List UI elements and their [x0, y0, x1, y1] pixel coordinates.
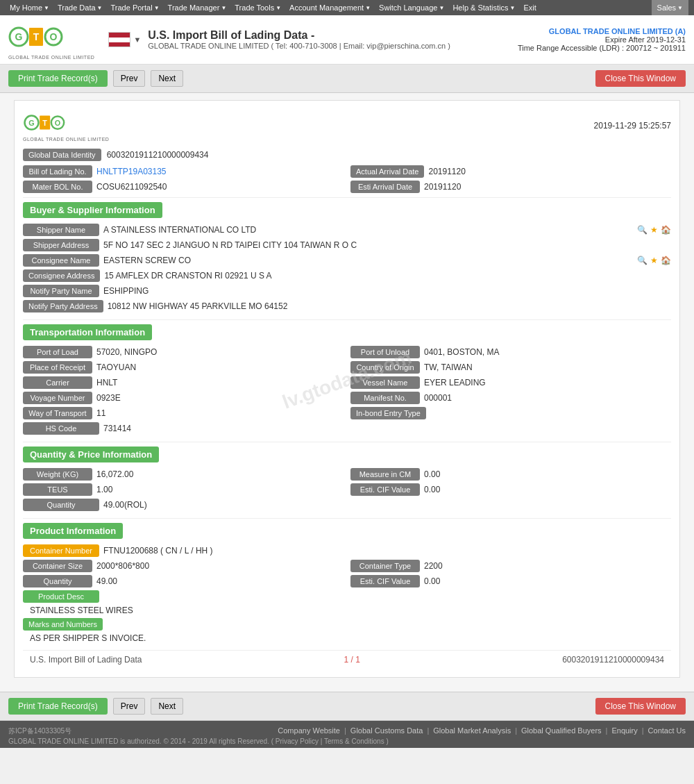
transportation-section: lv.gtodata.com Transportation Informatio… — [23, 324, 671, 435]
footer-company-website[interactable]: Company Website — [278, 726, 340, 735]
chevron-down-icon: ▼ — [44, 5, 49, 11]
footer-enquiry[interactable]: Enquiry — [611, 726, 637, 735]
container-size-value: 2000*806*800 — [96, 561, 344, 571]
vessel-name-label: Vessel Name — [350, 376, 420, 389]
svg-text:T: T — [33, 31, 40, 42]
notify-party-address-label: Notify Party Address — [23, 300, 103, 312]
nav-help-statistics[interactable]: Help & Statistics ▼ — [448, 0, 519, 15]
product-desc-value-row: STAINLESS STEEL WIRES — [23, 606, 671, 615]
bottom-toolbar: Print Trade Record(s) Prev Next Close Th… — [0, 692, 694, 721]
bottom-prev-button[interactable]: Prev — [113, 698, 146, 715]
card-header: G T O GLOBAL TRADE ONLINE LIMITED 2019-1… — [23, 109, 671, 142]
notify-party-name-label: Notify Party Name — [23, 285, 99, 297]
shipper-name-row: Shipper Name A STAINLESS INTERNATIONAL C… — [23, 224, 671, 236]
footer-global-customs[interactable]: Global Customs Data — [350, 726, 423, 735]
close-button[interactable]: Close This Window — [595, 70, 686, 87]
nav-trade-manager[interactable]: Trade Manager ▼ — [164, 0, 231, 15]
print-button[interactable]: Print Trade Record(s) — [8, 70, 108, 87]
measure-in-cm-value: 0.00 — [424, 469, 671, 479]
next-button[interactable]: Next — [151, 70, 183, 87]
container-type-value: 2200 — [424, 561, 671, 571]
container-type-label: Container Type — [350, 560, 420, 572]
shipper-address-label: Shipper Address — [23, 239, 99, 251]
receipt-origin-row: Place of Receipt TAOYUAN Country of Orig… — [23, 361, 671, 374]
product-quantity-value: 49.00 — [96, 576, 344, 586]
home-icon[interactable]: 🏠 — [661, 256, 671, 265]
footer-global-buyers[interactable]: Global Qualified Buyers — [521, 726, 602, 735]
nav-account-management[interactable]: Account Management ▼ — [285, 0, 375, 15]
chevron-down-icon: ▼ — [509, 5, 515, 11]
nav-trade-portal[interactable]: Trade Portal ▼ — [107, 0, 164, 15]
notify-party-address-row: Notify Party Address 10812 NW HIGHWAY 45… — [23, 300, 671, 312]
in-bond-entry-label: In-bond Entry Type — [350, 407, 426, 419]
voyage-manifest-row: Voyage Number 0923E Manifest No. 000001 — [23, 392, 671, 404]
shipper-icons: 🔍 ★ 🏠 — [637, 225, 671, 235]
bottom-next-button[interactable]: Next — [151, 698, 183, 715]
footer-global-market[interactable]: Global Market Analysis — [433, 726, 511, 735]
bol-label: Bill of Lading No. — [23, 165, 92, 178]
nav-switch-language[interactable]: Switch Language ▼ — [375, 0, 448, 15]
actual-arrival-col: Actual Arrival Date 20191120 — [350, 165, 671, 178]
nav-exit[interactable]: Exit — [519, 0, 540, 15]
company-name: GLOBAL TRADE ONLINE LIMITED (A) — [518, 27, 686, 35]
product-desc-row: Product Desc — [23, 590, 671, 603]
star-icon[interactable]: ★ — [650, 256, 658, 265]
weight-label: Weight (KG) — [23, 468, 92, 481]
manifest-no-value: 000001 — [424, 393, 671, 403]
nav-trade-tools[interactable]: Trade Tools ▼ — [230, 0, 285, 15]
prev-button[interactable]: Prev — [113, 70, 146, 87]
voyage-number-value: 0923E — [96, 393, 344, 403]
language-selector[interactable]: ▼ — [133, 35, 141, 44]
carrier-label: Carrier — [23, 376, 92, 389]
footer-copyright: GLOBAL TRADE ONLINE LIMITED is authorize… — [8, 737, 686, 745]
nav-trade-data[interactable]: Trade Data ▼ — [53, 0, 107, 15]
esti-arrival-label: Esti Arrival Date — [350, 181, 420, 193]
bottom-footer: 苏ICP备14033305号 Company Website | Global … — [0, 721, 694, 748]
bottom-print-button[interactable]: Print Trade Record(s) — [8, 698, 108, 715]
bottom-close-button[interactable]: Close This Window — [595, 698, 686, 715]
nav-sales[interactable]: Sales ▼ — [652, 0, 688, 15]
teus-value: 1.00 — [96, 485, 344, 494]
voyage-number-label: Voyage Number — [23, 392, 92, 404]
search-icon[interactable]: 🔍 — [637, 225, 648, 235]
home-icon[interactable]: 🏠 — [661, 225, 671, 235]
shipper-address-row: Shipper Address 5F NO 147 SEC 2 JIANGUO … — [23, 239, 671, 251]
hs-code-label: HS Code — [23, 422, 99, 435]
way-of-transport-value: 11 — [96, 408, 344, 418]
page-header: G T O GLOBAL TRADE ONLINE LIMITED ▼ U.S.… — [0, 15, 694, 65]
star-icon[interactable]: ★ — [650, 225, 658, 235]
pagination-left: U.S. Import Bill of Lading Data — [30, 655, 142, 665]
nav-my-home[interactable]: My Home ▼ — [6, 0, 53, 15]
bol-col: Bill of Lading No. HNLTTP19A03135 — [23, 165, 344, 178]
weight-measure-row: Weight (KG) 16,072.00 Measure in CM 0.00 — [23, 468, 671, 481]
vessel-name-value: EYER LEADING — [424, 378, 671, 387]
flag-selector[interactable] — [108, 32, 130, 47]
manifest-no-label: Manifest No. — [350, 392, 420, 404]
account-info: GLOBAL TRADE ONLINE LIMITED (A) Expire A… — [518, 27, 686, 52]
marks-label: Marks and Numbers — [23, 618, 103, 631]
footer-contact-us[interactable]: Contact Us — [648, 726, 686, 735]
container-number-label: Container Number — [23, 544, 99, 557]
port-row: Port of Load 57020, NINGPO Port of Unloa… — [23, 346, 671, 358]
port-of-load-label: Port of Load — [23, 346, 92, 358]
svg-text:G: G — [15, 31, 23, 42]
product-desc-label: Product Desc — [23, 590, 99, 603]
chevron-down-icon: ▼ — [154, 5, 160, 11]
bol-row: Bill of Lading No. HNLTTP19A03135 Actual… — [23, 165, 671, 178]
svg-text:T: T — [42, 119, 47, 127]
shipper-name-value: A STAINLESS INTERNATIONAL CO LTD — [103, 225, 630, 235]
mater-bol-col: Mater BOL No. COSU6211092540 — [23, 181, 344, 193]
hs-code-value: 731414 — [103, 424, 671, 433]
quantity-price-section: Quantity & Price Information Weight (KG)… — [23, 447, 671, 511]
way-of-transport-label: Way of Transport — [23, 407, 92, 419]
search-icon[interactable]: 🔍 — [637, 256, 648, 265]
product-esti-cif-label: Esti. CIF Value — [350, 575, 420, 587]
chevron-down-icon: ▼ — [439, 5, 444, 11]
measure-in-cm-label: Measure in CM — [350, 468, 420, 481]
hs-code-row: HS Code 731414 — [23, 422, 671, 435]
global-data-identity-row: Global Data Identity 6003201911210000009… — [23, 149, 671, 161]
notify-party-name-value: ESHIPPING — [103, 286, 671, 296]
svg-text:O: O — [50, 31, 58, 42]
mater-bol-row: Mater BOL No. COSU6211092540 Esti Arriva… — [23, 181, 671, 193]
port-of-load-value: 57020, NINGPO — [96, 347, 344, 357]
